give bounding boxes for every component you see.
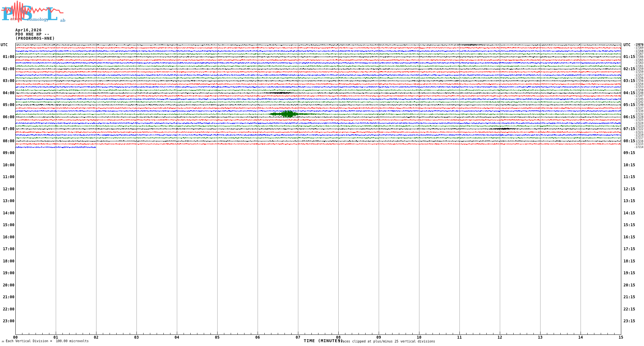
trace-bias-value: -17268 — [627, 50, 643, 53]
left-hour-label: 20:00 — [0, 283, 14, 287]
trace-bias-value: -17265 — [627, 59, 643, 62]
left-hour-label: 14:00 — [0, 211, 14, 215]
seismic-waveform-icon — [1, 0, 66, 26]
corner-mark: m — [2, 340, 4, 343]
trace-bias-value: -17237 — [627, 107, 643, 110]
helicorder-plot — [0, 0, 644, 346]
trace-bias-value: -17222 — [627, 128, 643, 130]
trace-bias-overlay-value: -19870 — [627, 43, 643, 46]
trace-bias-value: -17224 — [627, 122, 643, 125]
trace-bias-value: -17269 — [627, 46, 643, 49]
right-hour-label: 16:15 — [623, 235, 640, 239]
x-axis-minute-label: 04 — [173, 335, 181, 340]
left-hour-label: 21:00 — [0, 295, 14, 299]
right-hour-label: 21:15 — [623, 295, 640, 299]
trace-bias-value: -17234 — [627, 110, 643, 112]
trace-bias-value: -17232 — [627, 113, 643, 116]
left-hour-label: 19:00 — [0, 271, 14, 275]
scale-note: Each Vertical Division = 100.00 microvol… — [6, 339, 89, 343]
right-hour-label: 19:15 — [623, 271, 640, 275]
trace-bias-value: -17240 — [627, 103, 643, 106]
x-axis-minute-label: 12 — [496, 335, 504, 340]
trace-bias-value: -17225 — [627, 119, 643, 121]
left-hour-label: 07:00 — [0, 127, 14, 131]
x-axis-minute-label: 10 — [415, 335, 423, 340]
left-hour-label: 08:00 — [0, 139, 14, 143]
left-hour-label: 09:00 — [0, 151, 14, 155]
x-axis-minute-label: 02 — [92, 335, 100, 340]
x-axis-minute-label: 13 — [536, 335, 544, 340]
right-hour-label: 13:15 — [623, 199, 640, 203]
right-hour-label: 20:15 — [623, 283, 640, 287]
right-hour-label: 10:15 — [623, 163, 640, 167]
trace-bias-value: -17259 — [627, 68, 643, 70]
x-axis-minute-label: 05 — [213, 335, 221, 340]
trace-bias-value: -17228 — [627, 116, 643, 119]
left-hour-label: 23:00 — [0, 319, 14, 323]
trace-bias-value: -17248 — [627, 92, 643, 95]
right-hour-label: 22:15 — [623, 307, 640, 311]
right-hour-label: 23:15 — [623, 319, 640, 323]
trace-bias-value: -17256 — [627, 77, 643, 79]
right-hour-label: 18:15 — [623, 259, 640, 263]
left-hour-label: 10:00 — [0, 163, 14, 167]
trace-bias-value: -17216 — [627, 140, 643, 143]
x-axis-minute-label: 07 — [294, 335, 302, 340]
x-axis-minute-label: 11 — [455, 335, 464, 340]
psl-logo: P S L atras eismology ab — [1, 0, 66, 26]
right-hour-label: 17:15 — [623, 247, 640, 251]
left-hour-label: 05:00 — [0, 103, 14, 107]
x-axis-minute-label: 15 — [617, 335, 625, 340]
left-hour-label: 13:00 — [0, 199, 14, 203]
left-axis-title: UTC — [1, 43, 8, 47]
trace-bias-value: -17253 — [627, 86, 643, 88]
right-hour-label: 11:15 — [623, 175, 640, 179]
trace-bias-value: -17247 — [627, 95, 643, 97]
trace-bias-value: -17215 — [627, 143, 643, 145]
right-hour-label: 14:15 — [623, 211, 640, 215]
left-hour-label: 15:00 — [0, 223, 14, 227]
left-hour-label: 01:00 — [0, 54, 14, 59]
trace-bias-value: -17259 — [627, 70, 643, 73]
left-hour-label: 04:00 — [0, 91, 14, 95]
trace-bias-value: -17261 — [627, 65, 643, 68]
trace-bias-value: -17266 — [627, 55, 643, 58]
trace-bias-value: -17267 — [627, 53, 643, 55]
trace-bias-value: -17219 — [627, 134, 643, 136]
x-axis-minute-label: 03 — [132, 335, 141, 340]
trace-bias-value: -17242 — [627, 101, 643, 103]
trace-bias-value: -17217 — [627, 136, 643, 139]
left-hour-label: 12:00 — [0, 187, 14, 191]
left-hour-label: 18:00 — [0, 259, 14, 263]
right-hour-label: 12:15 — [623, 187, 640, 191]
trace-bias-value: -17257 — [627, 74, 643, 77]
trace-bias-value: -17263 — [627, 62, 643, 64]
left-hour-label: 06:00 — [0, 115, 14, 119]
left-hour-label: 02:00 — [0, 67, 14, 71]
trace-bias-value: -17223 — [627, 125, 643, 128]
left-hour-label: 22:00 — [0, 307, 14, 311]
left-hour-label: 16:00 — [0, 235, 14, 239]
right-hour-label: 15:15 — [623, 223, 640, 227]
x-axis-minute-label: 06 — [253, 335, 262, 340]
trace-bias-value: -17254 — [627, 83, 643, 86]
trace-bias-value: -17214 — [627, 146, 643, 149]
left-hour-label: 11:00 — [0, 175, 14, 179]
clip-note: Traces clipped at plus/minus 25 vertical… — [339, 340, 435, 343]
header-station: (PRODROMOS-HNE) — [15, 37, 55, 41]
trace-bias-value: -17256 — [627, 79, 643, 82]
left-hour-label: 03:00 — [0, 78, 14, 83]
right-hour-label: 09:15 — [623, 151, 640, 155]
trace-bias-value: -17245 — [627, 98, 643, 101]
left-hour-label: 17:00 — [0, 247, 14, 251]
x-axis-minute-label: 14 — [576, 335, 585, 340]
trace-bias-value: -17250 — [627, 89, 643, 92]
trace-bias-value: -17221 — [627, 131, 643, 134]
x-axis-title: TIME (MINUTES) — [304, 339, 343, 343]
x-axis-minute-label: 09 — [375, 335, 383, 340]
